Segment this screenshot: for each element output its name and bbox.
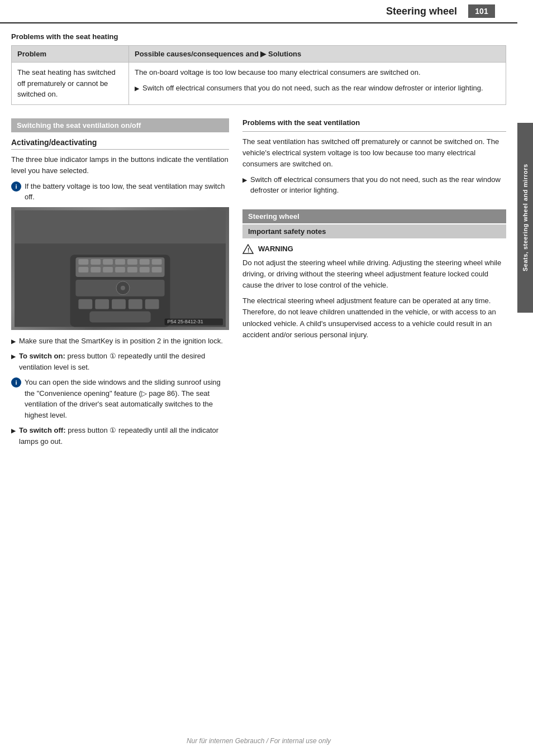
page-title: Steering wheel xyxy=(11,6,468,17)
page-footer: Nur für internen Gebrauch / For internal… xyxy=(0,737,517,745)
steering-wheel-section: Steering wheel Important safety notes ! xyxy=(242,209,506,341)
bullet-item-2: ▶ To switch on: press button ① repeatedl… xyxy=(11,351,229,372)
bullet-text-3: To switch off: press button ① repeatedly… xyxy=(19,425,229,447)
svg-rect-22 xyxy=(95,299,109,309)
car-image-svg: P54 25-8412-31 xyxy=(15,209,226,328)
svg-rect-13 xyxy=(103,267,113,272)
activating-heading: Activating/deactivating xyxy=(11,138,229,150)
warning-section: ! WARNING Do not adjust the steering whe… xyxy=(242,244,506,341)
svg-rect-9 xyxy=(140,259,150,265)
svg-rect-11 xyxy=(78,267,88,272)
solution-bullet: ▶ Switch off electrical consumers that y… xyxy=(135,83,500,94)
svg-text:!: ! xyxy=(248,247,249,253)
svg-rect-10 xyxy=(152,259,162,265)
svg-rect-4 xyxy=(78,259,88,265)
col-solution-header: Possible causes/consequences and ▶ Solut… xyxy=(129,46,506,63)
top-header: Steering wheel 101 xyxy=(0,0,517,23)
table-problem-cell: The seat heating has switched off premat… xyxy=(12,63,129,105)
warning-text-2: The electrical steering wheel adjustment… xyxy=(242,295,506,341)
svg-rect-23 xyxy=(112,299,126,309)
warning-triangle-icon: ! xyxy=(242,244,254,254)
svg-rect-15 xyxy=(127,267,137,272)
bullet-text-1: Make sure that the SmartKey is in positi… xyxy=(19,336,223,347)
svg-rect-26 xyxy=(89,311,150,322)
page-wrapper: Seats, steering wheel and mirrors Steeri… xyxy=(0,0,533,756)
bullet-item-1: ▶ Make sure that the SmartKey is in posi… xyxy=(11,336,229,347)
info-icon-1: i xyxy=(11,181,21,192)
bullet-text-3-prefix: To switch off: xyxy=(19,426,66,434)
svg-rect-7 xyxy=(115,259,125,265)
seat-ventilation-intro: The seat ventilation has switched off pr… xyxy=(242,136,506,170)
table-header-row: Problem Possible causes/consequences and… xyxy=(12,46,506,63)
car-image: P54 25-8412-31 xyxy=(11,207,229,330)
table-solution-cell: The on-board voltage is too low because … xyxy=(129,63,506,105)
sidebar-tab: Seats, steering wheel and mirrors xyxy=(517,123,533,313)
warning-label: WARNING xyxy=(258,245,293,253)
solution-text: The on-board voltage is too low because … xyxy=(135,67,500,78)
svg-point-20 xyxy=(121,286,125,290)
left-column: Switching the seat ventilation on/off Ac… xyxy=(11,118,229,452)
svg-rect-25 xyxy=(145,299,159,309)
warning-text-1: Do not adjust the steering wheel while d… xyxy=(242,257,506,291)
arrow-icon-4: ▶ xyxy=(11,427,16,435)
arrow-icon-3: ▶ xyxy=(11,352,16,361)
ventilation-box-label: Switching the seat ventilation on/off xyxy=(11,118,229,132)
car-image-inner: P54 25-8412-31 xyxy=(11,207,229,330)
info-para-2: i You can open the side windows and the … xyxy=(11,377,229,420)
info-icon-2: i xyxy=(11,377,21,387)
two-col-section: Switching the seat ventilation on/off Ac… xyxy=(11,118,506,452)
ventilation-bullet: ▶ Switch off electrical consumers that y… xyxy=(242,174,506,196)
ventilation-intro: The three blue indicator lamps in the bu… xyxy=(11,154,229,176)
right-column: Problems with the seat ventilation The s… xyxy=(242,118,506,452)
svg-text:P54 25-8412-31: P54 25-8412-31 xyxy=(168,319,203,324)
steering-wheel-box: Steering wheel xyxy=(242,209,506,223)
seat-heating-section: Problems with the seat heating Problem P… xyxy=(11,32,506,105)
seat-ventilation-heading: Problems with the seat ventilation xyxy=(242,118,506,127)
main-content: Problems with the seat heating Problem P… xyxy=(0,23,517,471)
important-safety-box: Important safety notes xyxy=(242,224,506,238)
svg-rect-17 xyxy=(152,267,162,272)
info-para-1: i If the battery voltage is too low, the… xyxy=(11,181,229,203)
seat-ventilation-problems: Problems with the seat ventilation The s… xyxy=(242,118,506,196)
info-text-1: If the battery voltage is too low, the s… xyxy=(25,181,229,203)
col-problem-header: Problem xyxy=(12,46,129,63)
svg-rect-24 xyxy=(129,299,142,309)
svg-rect-14 xyxy=(115,267,125,272)
bullet-item-3: ▶ To switch off: press button ① repeated… xyxy=(11,425,229,447)
solution-bullet-text: Switch off electrical consumers that you… xyxy=(142,83,483,94)
bullet-text-2: To switch on: press button ① repeatedly … xyxy=(19,351,229,372)
svg-rect-8 xyxy=(127,259,137,265)
page-number: 101 xyxy=(468,4,495,18)
footer-text: Nur für internen Gebrauch / For internal… xyxy=(187,737,331,745)
arrow-icon-5: ▶ xyxy=(242,176,247,184)
svg-rect-16 xyxy=(140,267,150,272)
problems-table: Problem Possible causes/consequences and… xyxy=(11,45,506,105)
info-text-2: You can open the side windows and the sl… xyxy=(25,377,229,420)
arrow-icon: ▶ xyxy=(135,84,139,93)
sidebar-tab-label: Seats, steering wheel and mirrors xyxy=(522,164,529,272)
svg-rect-12 xyxy=(91,267,101,272)
arrow-icon-2: ▶ xyxy=(11,337,16,346)
svg-rect-21 xyxy=(78,299,92,309)
table-row: The seat heating has switched off premat… xyxy=(12,63,506,105)
svg-rect-6 xyxy=(103,259,113,265)
ventilation-bullet-text: Switch off electrical consumers that you… xyxy=(250,174,506,196)
warning-header: ! WARNING xyxy=(242,244,506,254)
svg-rect-5 xyxy=(91,259,101,265)
bullet-text-2-prefix: To switch on: xyxy=(19,352,65,360)
seat-heating-heading: Problems with the seat heating xyxy=(11,32,506,41)
